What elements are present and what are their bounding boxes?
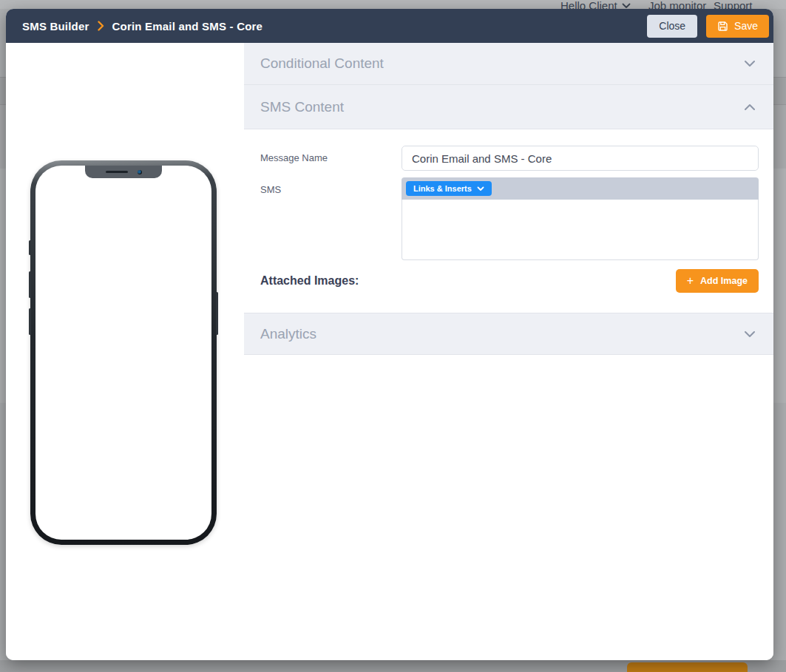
background-partial-button <box>627 662 748 672</box>
save-button-label: Save <box>734 20 758 32</box>
message-name-label: Message Name <box>260 146 402 163</box>
close-button[interactable]: Close <box>647 15 697 38</box>
phone-volume-up-button <box>29 271 31 298</box>
accordion-conditional-content[interactable]: Conditional Content <box>244 43 773 85</box>
phone-mute-switch <box>29 240 31 255</box>
chevron-down-icon <box>744 60 756 67</box>
phone-screen <box>35 166 211 540</box>
links-inserts-label: Links & Inserts <box>413 184 472 193</box>
phone-speaker <box>106 171 128 173</box>
sms-row: SMS Links & Inserts <box>260 177 759 260</box>
accordion-analytics-title: Analytics <box>260 326 316 342</box>
chevron-down-icon <box>477 186 484 191</box>
phone-mockup <box>30 160 217 545</box>
accordion-conditional-content-title: Conditional Content <box>260 55 384 72</box>
sms-content-section: Message Name SMS Links & Inserts <box>244 129 773 313</box>
attached-images-row: Attached Images: + Add Image <box>260 269 759 293</box>
modal-body: Conditional Content SMS Content Message … <box>6 43 773 660</box>
accordion-sms-content[interactable]: SMS Content <box>244 85 773 129</box>
phone-notch <box>85 166 162 178</box>
breadcrumb: SMS Builder Corin Email and SMS - Core <box>22 20 647 33</box>
modal-header: SMS Builder Corin Email and SMS - Core C… <box>6 9 773 43</box>
add-image-button[interactable]: + Add Image <box>676 269 759 293</box>
phone-preview-pane <box>6 43 244 660</box>
phone-volume-down-button <box>29 308 31 335</box>
save-icon <box>717 21 728 32</box>
breadcrumb-root: SMS Builder <box>22 20 89 33</box>
links-inserts-button[interactable]: Links & Inserts <box>406 181 492 196</box>
chevron-down-icon <box>622 3 631 9</box>
sms-textarea[interactable] <box>402 200 759 260</box>
message-name-row: Message Name <box>260 146 759 171</box>
accordion-sms-content-title: SMS Content <box>260 99 344 115</box>
content-pane: Conditional Content SMS Content Message … <box>244 43 773 660</box>
sms-editor: Links & Inserts <box>402 177 759 260</box>
sms-label: SMS <box>260 177 402 195</box>
breadcrumb-chevron-icon <box>98 21 104 31</box>
attached-images-label: Attached Images: <box>260 274 359 288</box>
message-name-input[interactable] <box>402 146 759 171</box>
breadcrumb-current: Corin Email and SMS - Core <box>112 20 263 33</box>
save-button[interactable]: Save <box>706 15 769 38</box>
accordion-analytics[interactable]: Analytics <box>244 313 773 355</box>
phone-camera <box>138 170 142 174</box>
chevron-up-icon <box>744 103 756 111</box>
background-top-nav: Hello Client Job monitor Support <box>0 0 786 9</box>
sms-builder-modal: SMS Builder Corin Email and SMS - Core C… <box>6 9 773 660</box>
add-image-label: Add Image <box>700 276 748 286</box>
plus-icon: + <box>687 275 694 287</box>
sms-editor-toolbar: Links & Inserts <box>402 177 759 200</box>
chevron-down-icon <box>744 330 756 338</box>
phone-power-button <box>216 292 218 335</box>
